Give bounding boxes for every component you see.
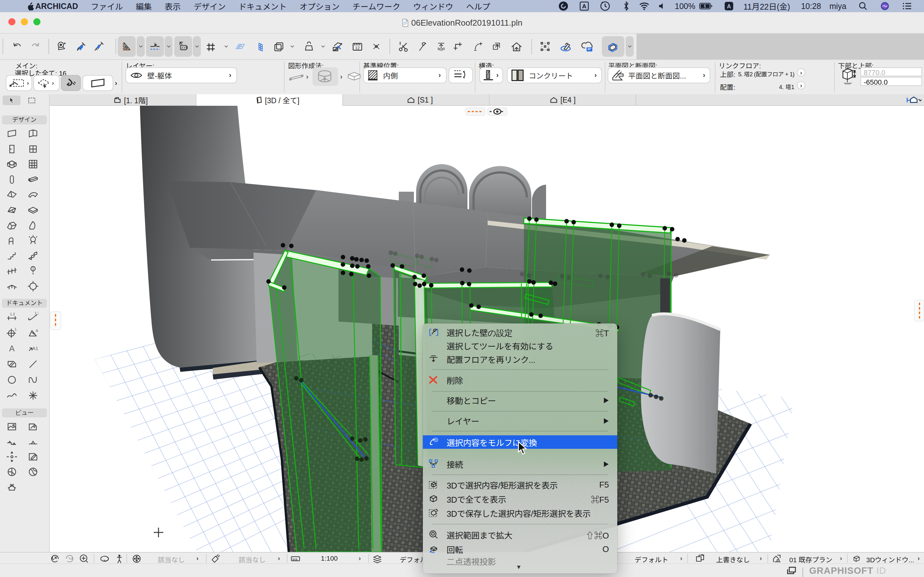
svg-text:1: 1 [32,267,34,271]
svg-text:1.2: 1.2 [35,311,39,315]
svg-text:1.2: 1.2 [15,327,18,331]
svg-text:A: A [9,343,15,353]
svg-text:α: α [36,328,38,332]
svg-text:A: A [582,3,586,10]
svg-text:A1: A1 [32,346,38,351]
svg-text:XY: XY [181,46,186,50]
svg-text:12: 12 [355,46,360,50]
svg-text:1.2: 1.2 [10,312,15,316]
svg-text:A: A [727,3,731,10]
